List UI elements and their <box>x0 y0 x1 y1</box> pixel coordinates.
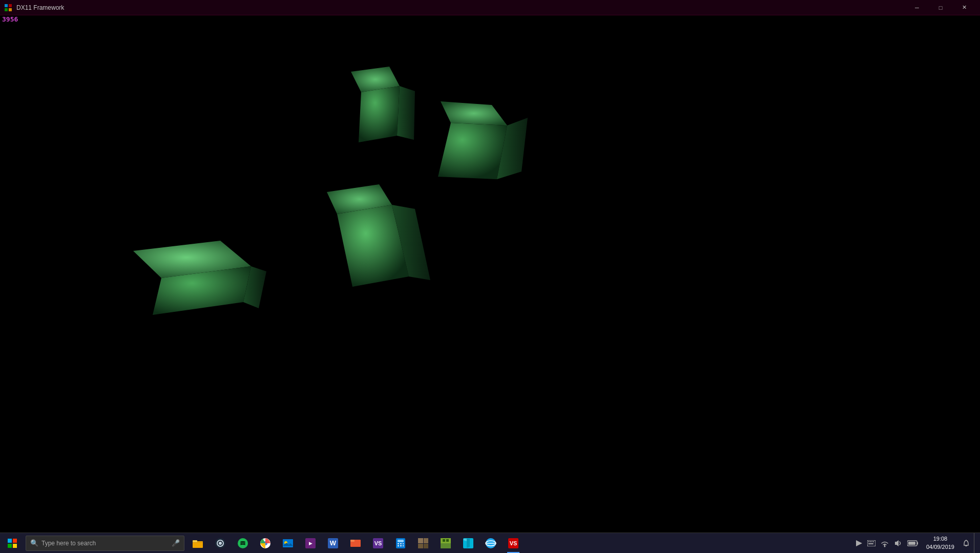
battery-icon[interactable] <box>906 540 920 546</box>
svg-marker-60 <box>856 540 862 546</box>
taskbar-vs-installer[interactable]: ▸ <box>299 533 322 554</box>
svg-rect-47 <box>424 538 428 543</box>
3d-scene <box>0 15 980 533</box>
svg-rect-46 <box>418 538 423 543</box>
svg-rect-44 <box>400 545 402 546</box>
svg-rect-39 <box>398 540 404 542</box>
svg-rect-40 <box>398 543 399 544</box>
taskbar-calculator[interactable] <box>389 533 412 554</box>
window-title: DX11 Framework <box>16 4 64 11</box>
svg-rect-18 <box>8 544 12 548</box>
svg-point-67 <box>884 545 885 547</box>
cube2 <box>438 101 528 179</box>
show-desktop-button[interactable] <box>974 533 978 554</box>
svg-marker-6 <box>397 86 415 140</box>
taskbar-system: 19:08 04/09/2019 <box>854 533 980 554</box>
svg-rect-52 <box>443 539 445 542</box>
keyboard-icon[interactable] <box>866 540 877 546</box>
taskbar-spotify[interactable] <box>232 533 254 554</box>
svg-text:VS: VS <box>374 540 382 546</box>
taskbar-minecraft1[interactable] <box>412 533 434 554</box>
svg-marker-7 <box>441 101 507 125</box>
svg-rect-70 <box>917 542 918 544</box>
svg-rect-35 <box>350 540 355 542</box>
taskbar-ie[interactable] <box>479 533 502 554</box>
svg-rect-63 <box>870 541 871 542</box>
svg-text:W: W <box>330 539 337 547</box>
svg-rect-65 <box>873 541 874 542</box>
svg-rect-21 <box>193 540 197 542</box>
cube3 <box>327 184 430 287</box>
svg-rect-41 <box>400 543 402 544</box>
svg-marker-5 <box>359 86 400 142</box>
taskbar-steam[interactable] <box>209 533 232 554</box>
fps-counter: 3956 <box>2 15 18 23</box>
svg-rect-17 <box>13 539 17 543</box>
svg-marker-68 <box>895 540 899 546</box>
taskbar-vs-red[interactable]: VS <box>502 533 525 554</box>
svg-rect-51 <box>441 538 451 543</box>
taskbar-photos[interactable] <box>277 533 299 554</box>
svg-rect-48 <box>418 544 423 548</box>
close-button[interactable]: ✕ <box>952 0 976 15</box>
notifications-button[interactable] <box>961 539 972 547</box>
taskbar-word[interactable]: W <box>322 533 344 554</box>
svg-rect-2 <box>5 8 8 11</box>
svg-point-24 <box>219 542 222 545</box>
svg-rect-43 <box>398 545 399 546</box>
svg-rect-71 <box>908 542 915 545</box>
taskbar-minecraft2[interactable] <box>434 533 457 554</box>
cube1 <box>351 67 415 142</box>
svg-rect-64 <box>871 541 872 542</box>
svg-rect-19 <box>13 544 17 548</box>
svg-rect-45 <box>403 545 404 546</box>
taskbar-file-explorer[interactable] <box>186 533 209 554</box>
cube4 <box>133 241 266 315</box>
system-clock[interactable]: 19:08 04/09/2019 <box>922 535 958 551</box>
taskbar-maps[interactable] <box>457 533 479 554</box>
taskbar-apps: ▸ W VS <box>186 533 525 554</box>
svg-rect-49 <box>424 544 428 548</box>
titlebar-controls: ─ □ ✕ <box>905 0 976 15</box>
volume-icon[interactable] <box>892 539 904 547</box>
taskbar-msvc[interactable]: VS <box>367 533 389 554</box>
svg-rect-53 <box>446 539 449 542</box>
microphone-icon: 🎤 <box>172 539 180 547</box>
svg-rect-66 <box>868 543 873 544</box>
time-display: 19:08 <box>933 535 948 543</box>
date-display: 04/09/2019 <box>926 543 954 551</box>
svg-rect-0 <box>5 4 8 7</box>
svg-marker-8 <box>438 123 507 179</box>
search-bar[interactable]: 🔍 Type here to search 🎤 <box>26 536 184 551</box>
search-icon: 🔍 <box>30 539 38 547</box>
svg-rect-28 <box>283 539 293 547</box>
search-placeholder: Type here to search <box>41 540 169 547</box>
start-button[interactable] <box>0 533 25 554</box>
titlebar-left: DX11 Framework <box>4 4 64 12</box>
network-icon[interactable] <box>879 539 890 547</box>
svg-text:▸: ▸ <box>309 540 312 547</box>
svg-rect-16 <box>8 539 12 543</box>
taskbar: 🔍 Type here to search 🎤 <box>0 533 980 553</box>
svg-rect-72 <box>965 545 967 546</box>
titlebar: DX11 Framework ─ □ ✕ <box>0 0 980 15</box>
taskbar-folder-mgr[interactable] <box>344 533 367 554</box>
svg-rect-73 <box>962 544 963 544</box>
taskbar-chrome[interactable] <box>254 533 277 554</box>
titlebar-app-icon <box>4 4 12 12</box>
svg-rect-1 <box>9 4 12 7</box>
maximize-button[interactable]: □ <box>929 0 952 15</box>
minimize-button[interactable]: ─ <box>905 0 929 15</box>
notification-chevron[interactable] <box>854 540 864 546</box>
svg-text:VS: VS <box>510 540 517 546</box>
svg-rect-3 <box>9 8 12 11</box>
svg-rect-62 <box>868 541 869 542</box>
svg-rect-42 <box>403 543 404 544</box>
